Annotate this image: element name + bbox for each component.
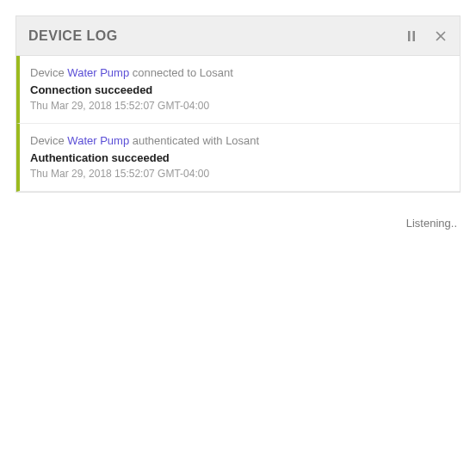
log-timestamp: Thu Mar 29, 2018 15:52:07 GMT-04:00 [30, 166, 448, 182]
device-log-panel: DEVICE LOG Device Water Pump connected t… [15, 15, 461, 193]
log-entry[interactable]: Device Water Pump connected to Losant Co… [16, 56, 460, 124]
log-prefix: Device [30, 134, 67, 147]
panel-title: DEVICE LOG [28, 28, 118, 44]
panel-actions [405, 29, 448, 43]
svg-rect-0 [408, 31, 411, 41]
log-prefix: Device [30, 66, 67, 79]
log-list: Device Water Pump connected to Losant Co… [16, 56, 460, 192]
close-icon[interactable] [434, 29, 448, 43]
status-text: Listening.. [0, 208, 476, 230]
log-message: Connection succeeded [30, 82, 448, 99]
log-suffix: connected to Losant [129, 66, 233, 79]
device-link[interactable]: Water Pump [67, 134, 129, 147]
panel-header: DEVICE LOG [16, 16, 460, 56]
pause-icon[interactable] [405, 29, 418, 43]
log-entry[interactable]: Device Water Pump authenticated with Los… [16, 124, 460, 192]
log-timestamp: Thu Mar 29, 2018 15:52:07 GMT-04:00 [30, 98, 448, 114]
log-summary: Device Water Pump connected to Losant [30, 64, 448, 82]
log-message: Authentication succeeded [30, 150, 448, 167]
device-link[interactable]: Water Pump [67, 66, 129, 79]
log-suffix: authenticated with Losant [129, 134, 259, 147]
svg-rect-1 [413, 31, 416, 41]
log-summary: Device Water Pump authenticated with Los… [30, 132, 448, 150]
